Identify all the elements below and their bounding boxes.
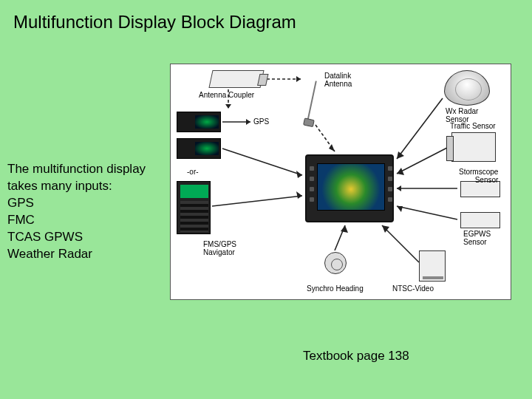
description-input-0: GPS: [7, 195, 166, 212]
mfd-button-icon: [388, 187, 392, 191]
description-intro: The multifunction display takes many inp…: [7, 161, 166, 195]
svg-line-10: [212, 196, 302, 206]
datalink-antenna-label: Datalink Antenna: [324, 72, 352, 88]
ntsc-video-icon: [419, 250, 446, 282]
traffic-sensor-icon: [451, 132, 496, 162]
svg-line-14: [397, 147, 449, 174]
fms-navigator-label: FMS/GPS Navigator: [203, 240, 236, 256]
or-label: -or-: [187, 168, 199, 176]
svg-marker-15: [397, 168, 404, 175]
svg-line-8: [222, 149, 302, 175]
svg-marker-5: [329, 144, 335, 151]
gps-label: GPS: [253, 117, 269, 126]
egpws-sensor-icon: [460, 212, 500, 228]
mfd-button-icon: [310, 187, 314, 191]
gps-unit-2-icon: [177, 138, 221, 159]
egpws-sensor-label: EGPWS Sensor: [463, 230, 491, 246]
description-input-2: TCAS GPWS: [7, 229, 166, 246]
mfd-button-icon: [310, 177, 314, 181]
svg-marker-23: [341, 225, 348, 233]
mfd-button-icon: [388, 197, 392, 202]
description-input-3: Weather Radar: [7, 246, 166, 263]
svg-marker-7: [246, 119, 250, 125]
svg-marker-3: [225, 104, 231, 109]
mfd-button-icon: [388, 166, 392, 171]
block-diagram: Antenna Coupler GPS -or- FMS/GPS Navigat…: [170, 64, 511, 300]
ntsc-video-label: NTSC-Video: [392, 284, 434, 293]
svg-marker-17: [397, 185, 401, 191]
fms-navigator-icon: [177, 181, 211, 234]
gps-unit-1-icon: [177, 112, 221, 132]
svg-marker-11: [296, 191, 302, 199]
slide-title: Multifunction Display Block Diagram: [13, 12, 296, 33]
stormscope-sensor-label: Stormscope Sensor: [459, 168, 498, 184]
svg-line-20: [382, 225, 419, 262]
svg-line-18: [397, 206, 457, 219]
antenna-coupler-icon: [208, 70, 264, 88]
mfd-screen-icon: [317, 163, 385, 211]
synchro-heading-icon: [324, 252, 347, 274]
mfd-unit-icon: [305, 154, 394, 222]
footer-text: Textbook page 138: [303, 349, 409, 364]
traffic-sensor-label: Traffic Sensor: [450, 122, 496, 130]
mfd-button-icon: [310, 166, 314, 171]
description-block: The multifunction display takes many inp…: [7, 161, 166, 263]
description-input-1: FMC: [7, 212, 166, 229]
svg-marker-13: [397, 151, 404, 159]
svg-marker-1: [296, 76, 301, 82]
svg-line-12: [397, 98, 443, 159]
antenna-coupler-label: Antenna Coupler: [199, 91, 254, 99]
synchro-heading-label: Synchro Heading: [307, 284, 364, 293]
mfd-button-icon: [310, 197, 314, 202]
wx-radar-sensor-label: Wx Radar Sensor: [446, 107, 478, 123]
mfd-button-icon: [388, 177, 392, 181]
svg-marker-19: [397, 206, 403, 212]
